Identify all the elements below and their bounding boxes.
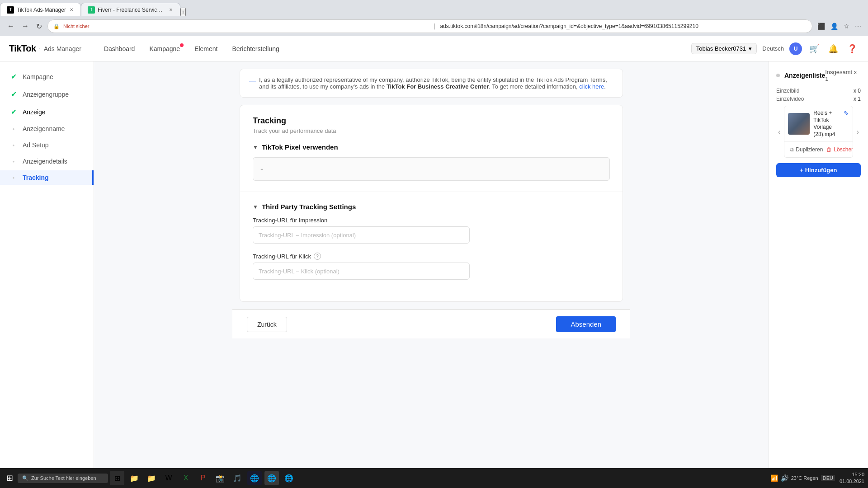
nav-dashboard[interactable]: Dashboard [98,42,142,55]
browser-tab-1[interactable]: T TikTok Ads-Manager ✕ [0,3,81,16]
panel-next-arrow[interactable]: › [855,126,861,138]
user-avatar[interactable]: U [789,42,802,55]
nav-element[interactable]: Element [188,42,224,55]
notice-text: — I, as a legally authorized representat… [249,76,613,90]
back-button[interactable]: ← [5,20,16,32]
new-tab-button[interactable]: + [180,8,186,16]
delete-button[interactable]: 🗑 Löschen [825,145,853,154]
check-anzeigengruppe-icon: ✔ [9,90,18,99]
taskbar-app-chrome[interactable]: 🌐 [264,471,279,485]
panel-title: Anzeigenliste [784,72,825,79]
submit-button[interactable]: Absenden [556,316,616,332]
click-url-label: Tracking-URL für Klick ? [253,253,610,260]
sidebar-label-kampagne: Kampagne [23,73,85,80]
taskbar-search[interactable]: 🔍 Zur Suche Text hier eingeben [18,474,108,483]
browser-chrome: T TikTok Ads-Manager ✕ f Fiverr - Freela… [0,0,868,36]
sidebar-item-anzeige[interactable]: ✔ Anzeige [0,104,94,120]
pixel-selector-box[interactable]: - [253,157,610,181]
lock-icon: 🔒 [53,23,60,29]
taskbar-app-1[interactable]: ⊞ [110,471,124,485]
dot-anzeigendetails-icon: ● [9,160,18,164]
taskbar-app-4[interactable]: W [161,471,176,485]
content-wrapper: ✔ Kampagne ✔ Anzeigengruppe ✔ Anzeige ● … [0,61,868,488]
click-help-icon[interactable]: ? [314,253,321,260]
sidebar-item-ad-setup[interactable]: ● Ad Setup [0,138,94,152]
network-icon: 📶 [770,474,778,482]
taskbar-search-text: Zur Suche Text hier eingeben [31,475,96,481]
taskbar-app-9[interactable]: 🌐 [247,471,262,485]
dot-tracking-icon: ● [9,176,18,180]
dot-adsetup-icon: ● [9,143,18,147]
back-button[interactable]: Zurück [247,317,287,332]
tab-2-close[interactable]: ✕ [168,6,174,13]
pixel-block-title: TikTok Pixel verwenden [262,143,338,151]
sidebar-label-ad-setup: Ad Setup [23,141,85,149]
app-wrapper: TikTok · Ads Manager Dashboard Kampagne … [0,36,868,488]
impression-url-label: Tracking-URL für Impression [253,217,610,224]
edit-ad-icon[interactable]: ✎ [844,110,849,117]
address-separator: │ [434,23,437,29]
sidebar-item-anzeigengruppe[interactable]: ✔ Anzeigengruppe [0,86,94,102]
logo-tiktok: TikTok [9,43,36,54]
nav-berichterstellung[interactable]: Berichterstellung [226,42,285,55]
pixel-dash-value: - [260,164,263,174]
sidebar-item-anzeigendetails[interactable]: ● Anzeigendetails [0,154,94,169]
ad-card-header: Reels + TikTok Vorlage (28).mp4 ✎ [784,106,852,141]
browser-tab-2[interactable]: f Fiverr - Freelance Services Marke... ✕ [81,3,180,16]
sidebar-label-anzeigengruppe: Anzeigengruppe [23,91,85,98]
tracking-section: Tracking Track your ad performance data … [240,105,623,302]
taskbar-app-5[interactable]: X [179,471,193,485]
pixel-block-header[interactable]: ▼ TikTok Pixel verwenden [253,143,610,151]
tab-1-close[interactable]: ✕ [69,6,74,13]
taskbar-app-edge[interactable]: 🌐 [282,471,296,485]
sidebar-item-kampagne[interactable]: ✔ Kampagne [0,69,94,84]
top-notice: — I, as a legally authorized representat… [240,69,623,98]
more-button[interactable]: ⋯ [854,21,863,31]
duplicate-button[interactable]: ⧉ Duplizieren [788,145,825,154]
einzelvideo-count: x 1 [854,96,861,102]
taskbar-app-8[interactable]: 🎵 [230,471,245,485]
taskbar-app-2[interactable]: 📁 [127,471,142,485]
taskbar-app-7[interactable]: 📸 [213,471,227,485]
sidebar-item-anzeigenname[interactable]: ● Anzeigenname [0,122,94,136]
help-icon[interactable]: ❓ [845,42,859,56]
address-bar[interactable]: 🔒 Nicht sicher │ ads.tiktok.com/i18n/cam… [47,19,812,33]
sidebar-item-tracking[interactable]: ● Tracking [0,170,94,185]
cart-icon[interactable]: 🛒 [807,42,821,56]
panel-prev-arrow[interactable]: ‹ [776,126,782,138]
logo-ads: Ads Manager [44,45,81,52]
panel-header: Anzeigenliste Insgesamt x 1 [776,69,861,82]
duplicate-icon: ⧉ [790,146,794,153]
click-url-group: Tracking-URL für Klick ? [253,253,610,280]
forward-button[interactable]: → [20,20,31,32]
notice-link[interactable]: click here [579,83,604,90]
tracking-subtitle: Track your ad performance data [253,127,610,134]
taskbar-right: 📶 🔊 23°C Regen DEU 15:20 01.08.2021 [770,471,864,485]
einzelbild-count: x 0 [854,88,861,94]
profile-button[interactable]: 👤 [829,21,840,31]
third-party-block-header[interactable]: ▼ Third Party Tracking Settings [253,203,610,211]
nav-kampagne[interactable]: Kampagne [143,42,186,55]
volume-icon: 🔊 [781,474,788,482]
reload-button[interactable]: ↻ [34,20,44,33]
favorites-button[interactable]: ☆ [842,21,851,31]
start-button[interactable]: ⊞ [4,471,16,485]
account-selector[interactable]: Tobias Becker0731 ▾ [691,43,757,54]
logo-dot: · [39,44,41,53]
search-icon: 🔍 [22,475,28,481]
app-header: TikTok · Ads Manager Dashboard Kampagne … [0,36,868,61]
add-hinzufugen-button[interactable]: + Hinzufügen [776,163,861,177]
check-kampagne-icon: ✔ [9,72,18,81]
browser-tabs-bar: T TikTok Ads-Manager ✕ f Fiverr - Freela… [0,0,868,16]
header-nav: Dashboard Kampagne Element Berichterstel… [98,42,682,55]
header-right: Tobias Becker0731 ▾ Deutsch U 🛒 🔔 ❓ [691,42,859,56]
extensions-button[interactable]: ⬛ [816,21,826,31]
taskbar-app-3[interactable]: 📁 [144,471,159,485]
click-url-input[interactable] [253,263,470,280]
notice-link-strong: TikTok For Business Creative Center [387,83,489,90]
impression-url-input[interactable] [253,226,470,244]
footer-bar: Zurück Absenden [232,309,630,338]
language-selector[interactable]: Deutsch [762,45,784,52]
notification-icon[interactable]: 🔔 [826,42,840,56]
taskbar-app-6[interactable]: P [196,471,210,485]
